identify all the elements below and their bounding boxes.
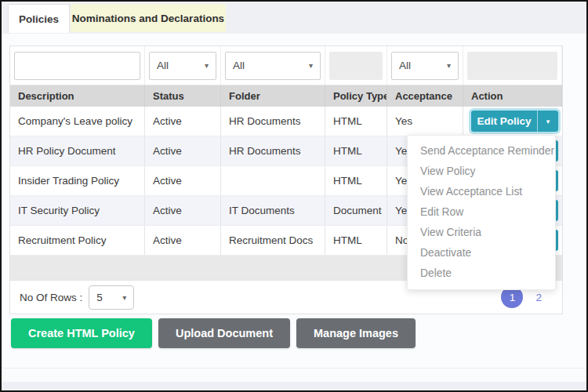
- menu-item-view-criteria[interactable]: View Criteria: [408, 223, 555, 243]
- cell-policy-type: HTML: [325, 107, 387, 136]
- cell-policy-type: HTML: [325, 136, 387, 165]
- cell-description: IT Security Policy: [10, 196, 145, 225]
- tab-policies[interactable]: Policies: [8, 4, 70, 33]
- caret-down-icon: ▾: [122, 293, 126, 302]
- folder-filter-value: All: [233, 60, 245, 71]
- footer-strip-dark: [2, 382, 586, 390]
- action-dropdown-menu: Send Acceptance Reminder View Policy Vie…: [407, 135, 556, 290]
- col-header-action: Action: [463, 85, 562, 107]
- filter-row: All ▾ All ▾ All ▾: [10, 46, 562, 85]
- cell-folder: IT Documents: [221, 196, 325, 225]
- table-header-row: Description Status Folder Policy Type Ac…: [10, 85, 562, 107]
- menu-item-edit-row[interactable]: Edit Row: [408, 202, 555, 223]
- menu-item-send-acceptance-reminder[interactable]: Send Acceptance Reminder: [408, 141, 555, 162]
- menu-item-view-policy[interactable]: View Policy: [408, 162, 555, 182]
- col-header-folder: Folder: [221, 85, 325, 107]
- folder-filter-select[interactable]: All ▾: [225, 52, 321, 80]
- edit-policy-caret-button[interactable]: ▾: [537, 111, 558, 132]
- tab-nominations-declarations[interactable]: Nominations and Declarations: [71, 4, 226, 32]
- cell-policy-type: Document: [325, 196, 387, 225]
- acceptance-filter-value: All: [399, 60, 411, 71]
- footer-strip: [2, 368, 586, 383]
- upload-document-button[interactable]: Upload Document: [158, 318, 290, 348]
- cell-description: Company's Leave policy: [10, 107, 145, 136]
- table-row: Company's Leave policy Active HR Documen…: [10, 107, 562, 136]
- cell-status: Active: [145, 107, 221, 136]
- caret-down-icon: ▾: [309, 61, 313, 70]
- col-header-status: Status: [145, 85, 221, 107]
- pagination-page-2[interactable]: 2: [535, 292, 542, 303]
- app-window: Policies Nominations and Declarations Al…: [0, 0, 588, 392]
- menu-item-deactivate[interactable]: Deactivate: [408, 243, 555, 263]
- cell-status: Active: [145, 196, 221, 225]
- cell-policy-type: HTML: [325, 166, 387, 195]
- caret-down-icon: ▾: [447, 61, 451, 70]
- action-filter-disabled: [467, 52, 557, 80]
- status-filter-value: All: [157, 60, 169, 71]
- status-filter-select[interactable]: All ▾: [149, 52, 216, 80]
- col-header-policy-type: Policy Type: [325, 85, 387, 107]
- manage-images-button[interactable]: Manage Images: [296, 318, 416, 348]
- description-filter-input[interactable]: [14, 52, 140, 80]
- cell-status: Active: [145, 226, 221, 255]
- cell-description: Recruitment Policy: [10, 226, 145, 255]
- bottom-action-bar: Create HTML Policy Upload Document Manag…: [11, 318, 416, 348]
- cell-description: Insider Trading Policy: [10, 166, 145, 195]
- edit-policy-button[interactable]: Edit Policy: [471, 111, 537, 132]
- menu-item-view-acceptance-list[interactable]: View Acceptance List: [408, 182, 555, 202]
- create-html-policy-button[interactable]: Create HTML Policy: [11, 318, 152, 348]
- cell-folder: HR Documents: [221, 107, 325, 136]
- cell-status: Active: [145, 136, 221, 165]
- cell-policy-type: HTML: [325, 226, 387, 255]
- policy-type-filter-disabled: [329, 52, 383, 80]
- cell-folder: Recruitment Docs: [221, 226, 325, 255]
- cell-folder: [221, 166, 325, 195]
- cell-acceptance: Yes: [387, 107, 463, 136]
- cell-status: Active: [145, 166, 221, 195]
- col-header-description: Description: [10, 85, 145, 107]
- tab-bar: Policies Nominations and Declarations: [2, 2, 586, 34]
- rows-per-page-label: No Of Rows :: [20, 292, 82, 303]
- caret-down-icon: ▾: [205, 61, 209, 70]
- rows-per-page-select[interactable]: 5 ▾: [89, 285, 134, 310]
- menu-item-delete[interactable]: Delete: [408, 263, 555, 284]
- rows-per-page-value: 5: [96, 292, 103, 303]
- cell-folder: HR Documents: [221, 136, 325, 165]
- caret-down-icon: ▾: [546, 118, 550, 125]
- col-header-acceptance: Acceptance: [387, 85, 463, 107]
- cell-description: HR Policy Document: [10, 136, 145, 165]
- edit-policy-split-button: Edit Policy ▾: [471, 111, 558, 132]
- acceptance-filter-select[interactable]: All ▾: [391, 52, 459, 80]
